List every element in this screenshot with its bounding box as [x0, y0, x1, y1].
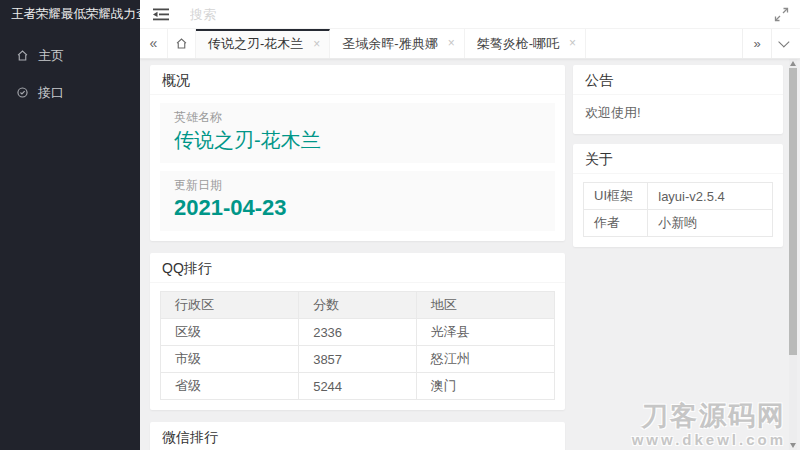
wechat-rank-card: 微信排行 行政区 分数 地区: [150, 422, 565, 450]
table-row: 区级 2336 光泽县: [161, 319, 555, 346]
tabs-menu-button[interactable]: [771, 29, 800, 58]
update-date-label: 更新日期: [174, 177, 541, 193]
scrollbar-thumb[interactable]: [789, 68, 797, 355]
about-key: 作者: [584, 210, 648, 237]
sidebar-item-label: 主页: [38, 47, 64, 65]
top-header: [140, 0, 800, 29]
table-row: UI框架 layui-v2.5.4: [584, 183, 773, 210]
cell-region: 怒江州: [416, 346, 554, 373]
shrink-menu-icon: [152, 7, 170, 22]
tabs-scroll-left-button[interactable]: «: [140, 29, 167, 58]
about-table: UI框架 layui-v2.5.4 作者 小新哟: [583, 182, 773, 237]
table-row: 省级 5244 澳门: [161, 373, 555, 400]
collapse-sidebar-button[interactable]: [152, 7, 170, 22]
column-header: 分数: [299, 292, 417, 319]
qq-rank-card-title: QQ排行: [150, 253, 565, 283]
table-row: 市级 3857 怒江州: [161, 346, 555, 373]
tab-close-icon[interactable]: ×: [569, 29, 576, 58]
column-header: 地区: [416, 292, 554, 319]
overview-card: 概况 英雄名称 传说之刃-花木兰 更新日期 2021-04-23: [150, 65, 565, 241]
overview-card-title: 概况: [150, 65, 565, 95]
tab-hero-athena[interactable]: 圣域余晖-雅典娜 ×: [330, 29, 464, 58]
tab-bar: « 传说之刃-花木兰 × 圣域余晖-雅典娜 × 桀骜炎枪-哪吒 × »: [140, 29, 800, 59]
content-scrollbar[interactable]: [789, 59, 797, 450]
table-row: 作者 小新哟: [584, 210, 773, 237]
table-header-row: 行政区 分数 地区: [161, 292, 555, 319]
hero-name-label: 英雄名称: [174, 109, 541, 125]
cell-level: 区级: [161, 319, 299, 346]
about-value: 小新哟: [648, 210, 773, 237]
tab-bar-spacer: [586, 29, 742, 58]
qq-rank-card: QQ排行 行政区 分数 地区 区级 2336 光泽县: [150, 253, 565, 410]
update-date-box: 更新日期 2021-04-23: [160, 171, 555, 231]
qq-rank-table: 行政区 分数 地区 区级 2336 光泽县 市级 385: [160, 291, 555, 400]
tabs-scroll-right-button[interactable]: »: [742, 29, 771, 58]
tab-label: 传说之刃-花木兰: [208, 36, 303, 51]
cell-region: 澳门: [416, 373, 554, 400]
tab-close-icon[interactable]: ×: [448, 29, 455, 58]
sidebar-item-home[interactable]: 主页: [0, 37, 140, 74]
scrollbar-up-arrow-icon[interactable]: [790, 61, 796, 66]
fullscreen-button[interactable]: [774, 7, 789, 22]
tab-hero-nezha[interactable]: 桀骜炎枪-哪吒 ×: [465, 29, 586, 58]
sidebar-menu: 主页 接口: [0, 29, 140, 111]
cell-region: 光泽县: [416, 319, 554, 346]
chevron-down-icon: [778, 36, 789, 47]
tab-hero-mulan[interactable]: 传说之刃-花木兰 ×: [196, 29, 330, 58]
about-key: UI框架: [584, 183, 648, 210]
about-card: 关于 UI框架 layui-v2.5.4 作者 小新哟: [573, 144, 783, 247]
left-column: 概况 英雄名称 传说之刃-花木兰 更新日期 2021-04-23 QQ排行: [150, 65, 565, 450]
cell-score: 2336: [299, 319, 417, 346]
hero-name-box: 英雄名称 传说之刃-花木兰: [160, 103, 555, 163]
sidebar-item-api[interactable]: 接口: [0, 74, 140, 111]
cell-score: 5244: [299, 373, 417, 400]
home-icon: [16, 49, 29, 62]
notice-card-title: 公告: [573, 65, 783, 95]
app-title: 王者荣耀最低荣耀战力查: [0, 0, 140, 29]
tab-home[interactable]: [167, 29, 196, 58]
search-input[interactable]: [190, 0, 490, 29]
main-content: 概况 英雄名称 传说之刃-花木兰 更新日期 2021-04-23 QQ排行: [140, 59, 800, 450]
right-column: 公告 欢迎使用! 关于 UI框架 layui-v2.5.4 作者 小新哟: [573, 65, 783, 259]
scrollbar-down-arrow-icon[interactable]: [790, 443, 796, 448]
column-header: 行政区: [161, 292, 299, 319]
tab-label: 圣域余晖-雅典娜: [342, 36, 437, 51]
home-tab-icon: [175, 37, 188, 50]
about-card-title: 关于: [573, 144, 783, 174]
cell-score: 3857: [299, 346, 417, 373]
about-value: layui-v2.5.4: [648, 183, 773, 210]
tab-label: 桀骜炎枪-哪吒: [477, 36, 559, 51]
hero-name-value: 传说之刃-花木兰: [174, 125, 541, 155]
circle-check-icon: [16, 86, 29, 99]
tab-close-icon[interactable]: ×: [313, 31, 320, 57]
notice-card: 公告 欢迎使用!: [573, 65, 783, 134]
sidebar: 王者荣耀最低荣耀战力查 主页 接口: [0, 0, 140, 450]
sidebar-item-label: 接口: [38, 84, 64, 102]
fullscreen-icon: [774, 7, 789, 22]
cell-level: 省级: [161, 373, 299, 400]
update-date-value: 2021-04-23: [174, 193, 541, 223]
notice-body: 欢迎使用!: [573, 95, 783, 134]
wechat-rank-card-title: 微信排行: [150, 422, 565, 450]
cell-level: 市级: [161, 346, 299, 373]
